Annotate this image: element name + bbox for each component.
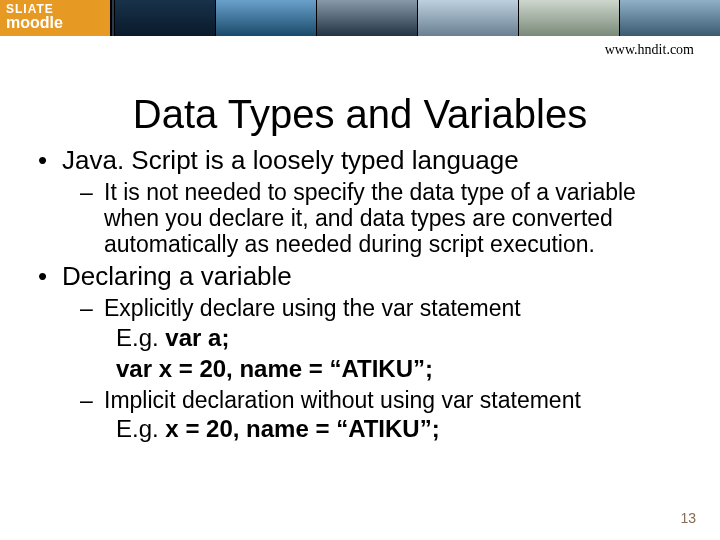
bullet-dot-icon: • xyxy=(38,145,62,176)
bullet-level1: • Declaring a variable xyxy=(38,261,682,292)
page-number: 13 xyxy=(680,510,696,526)
bullet-text: It is not needed to specify the data typ… xyxy=(104,180,682,257)
slide: SLIATE moodle www.hndit.com Data Types a… xyxy=(0,0,720,540)
bullet-dash-icon: – xyxy=(80,388,104,414)
header-banner: SLIATE moodle xyxy=(0,0,720,36)
bullet-text: Explicitly declare using the var stateme… xyxy=(104,296,521,322)
slide-title: Data Types and Variables xyxy=(0,92,720,137)
banner-image xyxy=(518,0,619,36)
banner-logo: SLIATE moodle xyxy=(6,2,63,30)
example-line: E.g. x = 20, name = “ATIKU”; xyxy=(116,415,682,444)
bullet-text: Implicit declaration without using var s… xyxy=(104,388,581,414)
bullet-level2: – Explicitly declare using the var state… xyxy=(80,296,682,322)
example-code: var x = 20, name = “ATIKU”; xyxy=(116,355,433,382)
bullet-dot-icon: • xyxy=(38,261,62,292)
banner-image xyxy=(316,0,417,36)
example-line: var x = 20, name = “ATIKU”; xyxy=(116,355,682,384)
example-line: E.g. var a; xyxy=(116,324,682,353)
bullet-dash-icon: – xyxy=(80,296,104,322)
bullet-text: Java. Script is a loosely typed language xyxy=(62,145,519,176)
bullet-level1: • Java. Script is a loosely typed langua… xyxy=(38,145,682,176)
bullet-level2: – Implicit declaration without using var… xyxy=(80,388,682,414)
slide-body: • Java. Script is a loosely typed langua… xyxy=(0,145,720,444)
banner-image xyxy=(215,0,316,36)
site-url: www.hndit.com xyxy=(605,42,694,58)
banner-images xyxy=(114,0,720,36)
bullet-level2: – It is not needed to specify the data t… xyxy=(80,180,682,257)
logo-line2: moodle xyxy=(6,16,63,30)
example-label: E.g. xyxy=(116,415,165,442)
bullet-text: Declaring a variable xyxy=(62,261,292,292)
example-label: E.g. xyxy=(116,324,165,351)
banner-image xyxy=(619,0,720,36)
banner-image xyxy=(114,0,215,36)
bullet-dash-icon: – xyxy=(80,180,104,257)
example-code: var a; xyxy=(165,324,229,351)
example-code: x = 20, name = “ATIKU”; xyxy=(165,415,439,442)
banner-image xyxy=(417,0,518,36)
